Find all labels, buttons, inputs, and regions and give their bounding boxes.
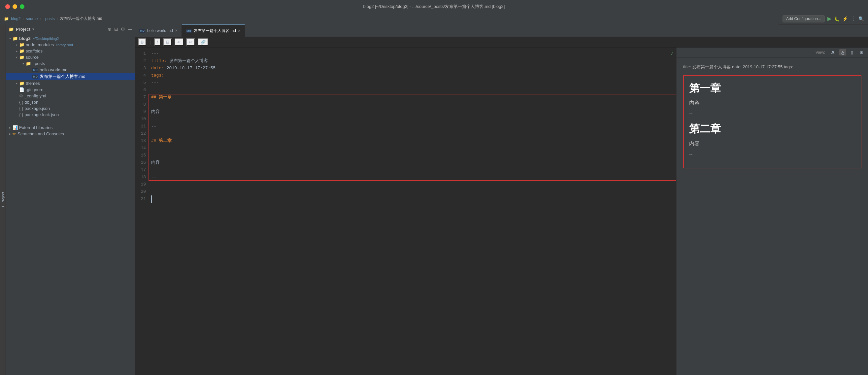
folder-icon: 📁 — [19, 81, 24, 86]
preview-header: View: A A̲ ▯ ⊞ — [677, 48, 868, 57]
arrow-node-modules: ▸ — [14, 43, 19, 46]
code-line-2: title: 发布第一篇个人博客 — [151, 57, 676, 65]
view-table-button[interactable]: ⊞ — [858, 49, 865, 56]
preview-content-2: 内容 — [689, 140, 856, 147]
view-text-button[interactable]: A — [829, 49, 837, 56]
tree-label-scratches: Scratches and Consoles — [18, 131, 64, 136]
arrow-themes: ▸ — [14, 82, 19, 85]
divider-1: | — [150, 40, 151, 44]
tree-item-source[interactable]: ▾ 📁 source — [6, 54, 135, 60]
more-icon[interactable]: ⋮ — [850, 15, 856, 22]
run-icon[interactable]: ▶ — [828, 15, 831, 22]
tab-publish[interactable]: MD 发布第一篇个人博客.md ✕ — [182, 25, 245, 37]
arrow-left-button[interactable]: ↵ — [175, 38, 184, 46]
preview-h2-chapter2: 第二章 — [689, 122, 856, 136]
tree-item-package-lock[interactable]: ▸ { } package-lock.json — [6, 112, 135, 118]
tree-label-scaffolds: scaffolds — [26, 49, 42, 54]
code-content[interactable]: ✓ --- title: 发布第一篇个人博客 date: 2019-10-17 … — [149, 48, 676, 375]
preview-content: title: 发布第一篇个人博客 date: 2019-10-17 17:27:… — [677, 57, 868, 375]
hide-icon[interactable]: — — [128, 26, 132, 32]
tree-label-external: External Libraries — [19, 125, 53, 130]
folder-icon: 📁 — [19, 49, 24, 54]
code-line-15 — [151, 152, 676, 159]
md-icon: MD — [139, 29, 145, 33]
tree-item-themes[interactable]: ▸ 📁 themes — [6, 80, 135, 87]
minimize-button[interactable] — [12, 4, 17, 9]
view-rich-button[interactable]: A̲ — [839, 49, 846, 56]
project-tab-label: 1: Project — [1, 192, 5, 207]
breadcrumb-posts[interactable]: _posts — [43, 17, 55, 21]
code-line-5: --- — [151, 79, 676, 87]
tab-close-publish[interactable]: ✕ — [238, 29, 241, 33]
tree-item-publish[interactable]: ▸ MD 发布第一篇个人博客.md — [6, 73, 135, 80]
file-tree: ▾ 📁 blog2 ~/Desktop/blog2 ▸ 📁 node_modul… — [6, 34, 135, 375]
tree-item-node-modules[interactable]: ▸ 📁 node_modules library root — [6, 41, 135, 48]
tree-item-db[interactable]: ▸ { } db.json — [6, 99, 135, 105]
tree-label-publish: 发布第一篇个人博客.md — [40, 73, 86, 80]
code-line-13: ## 第二章 — [151, 137, 676, 145]
breadcrumb-source[interactable]: source — [26, 17, 38, 21]
sidebar-inner: 📁 Project ▾ ⊕ ⊟ ⚙ — ▾ 📁 blog2 ~ — [6, 25, 135, 375]
tree-label-gitignore: .gitignore — [26, 87, 43, 92]
close-button[interactable] — [5, 4, 10, 9]
tree-item-gitignore[interactable]: ▸ 📄 .gitignore — [6, 87, 135, 93]
tree-item-external-libraries[interactable]: ▸ 📊 External Libraries — [6, 124, 135, 131]
add-configuration-button[interactable]: Add Configuration... — [782, 15, 825, 23]
tab-hello-world[interactable]: MD hello-world.md ✕ — [135, 25, 182, 37]
editor-toolbar: B | I ⊟ ↵ ↩ 🔗 — [135, 37, 868, 48]
tree-item-scratches[interactable]: ▸ ✏ Scratches and Consoles — [6, 131, 135, 137]
bold-button[interactable]: B — [138, 38, 146, 46]
tree-item-package[interactable]: ▸ { } package.json — [6, 105, 135, 112]
json-icon: { } — [19, 112, 23, 117]
code-line-16: 内容 — [151, 159, 676, 166]
folder-icon: 📁 — [26, 61, 31, 66]
tree-item-posts[interactable]: ▾ 📁 _posts — [6, 60, 135, 67]
collapse-icon[interactable]: ⊟ — [114, 26, 118, 32]
md-icon: MD — [186, 29, 192, 33]
external-lib-icon: 📊 — [12, 125, 18, 130]
tree-label-config: _config.yml — [24, 93, 46, 98]
folder-icon: 📁 — [19, 42, 24, 47]
folder-icon: 📁 — [8, 27, 14, 32]
arrow-right-button[interactable]: ↩ — [186, 38, 195, 46]
main-layout: 1: Project 📁 Project ▾ ⊕ ⊟ ⚙ — — [0, 25, 868, 375]
folder-icon: 📁 — [12, 36, 18, 41]
view-split-button[interactable]: ▯ — [849, 49, 855, 56]
editor-area: MD hello-world.md ✕ MD 发布第一篇个人博客.md ✕ B … — [135, 25, 868, 375]
profile-icon[interactable]: ⚡ — [842, 16, 848, 22]
breadcrumb-blog2[interactable]: blog2 — [11, 17, 21, 21]
arrow-posts: ▾ — [21, 62, 26, 65]
debug-icon[interactable]: 🐛 — [834, 16, 840, 22]
run-toolbar: Add Configuration... ▶ 🐛 ⚡ ⋮ 🔍 — [779, 13, 868, 25]
preview-hr-1: -- — [689, 111, 856, 117]
search-icon[interactable]: 🔍 — [859, 16, 864, 22]
tab-label-publish: 发布第一篇个人博客.md — [194, 28, 236, 34]
arrow-scaffolds: ▸ — [14, 49, 19, 53]
preview-panel: View: A A̲ ▯ ⊞ title: 发布第一篇个人博客 date: 20… — [677, 48, 868, 375]
md-icon: MD — [32, 68, 38, 72]
tab-close-hello-world[interactable]: ✕ — [175, 29, 178, 32]
tree-item-blog2[interactable]: ▾ 📁 blog2 ~/Desktop/blog2 — [6, 35, 135, 41]
code-editor[interactable]: 12345 678910 1112131415 1617181920 21 ✓ … — [135, 48, 677, 375]
sidebar-tab[interactable]: 1: Project — [0, 25, 6, 375]
chevron-down-icon[interactable]: ▾ — [32, 27, 34, 31]
sidebar-header: 📁 Project ▾ ⊕ ⊟ ⚙ — — [6, 25, 135, 34]
title-bar: blog2 [~/Desktop/blog2] - .../source/_po… — [0, 0, 868, 13]
code-line-8 — [151, 101, 676, 108]
tree-item-config[interactable]: ▸ ⚙ _config.yml — [6, 93, 135, 99]
link-button[interactable]: 🔗 — [198, 38, 208, 46]
locate-icon[interactable]: ⊕ — [107, 26, 112, 32]
code-line-11: -- — [151, 123, 676, 130]
tree-item-scaffolds[interactable]: ▸ 📁 scaffolds — [6, 48, 135, 54]
italic-button[interactable]: I — [154, 38, 161, 46]
code-line-12 — [151, 130, 676, 137]
sidebar-actions: ⊕ ⊟ ⚙ — — [107, 26, 132, 32]
tree-item-hello-world[interactable]: ▸ MD hello-world.md — [6, 67, 135, 73]
tree-label-package: package.json — [24, 106, 50, 111]
code-line-20 — [151, 188, 676, 195]
window-controls[interactable] — [5, 4, 24, 9]
settings-icon[interactable]: ⚙ — [121, 26, 125, 32]
breadcrumb: 📁 blog2 › source › _posts › 发布第一篇个人博客.md — [0, 13, 779, 25]
table-button[interactable]: ⊟ — [163, 38, 172, 46]
maximize-button[interactable] — [20, 4, 24, 9]
